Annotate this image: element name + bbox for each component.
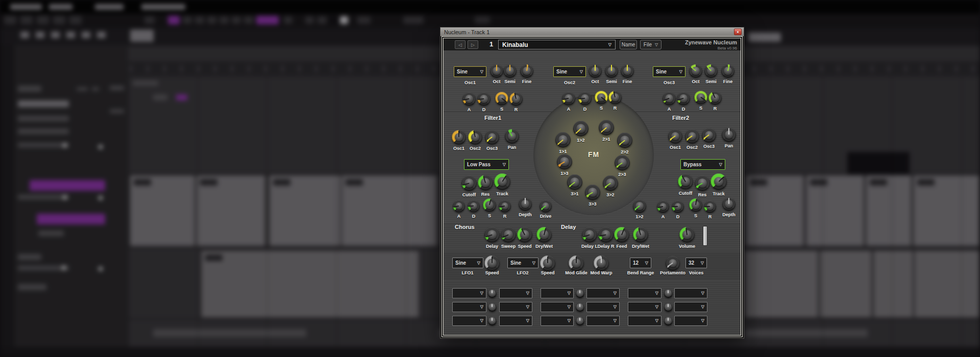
matrix-dest-select[interactable]: ▽ [674,316,707,326]
knob-r[interactable] [708,91,722,105]
knob-2-1[interactable] [599,120,614,135]
knob-fm[interactable] [576,303,584,312]
knob-fine[interactable] [621,64,634,78]
matrix-source-select[interactable]: ▽ [452,302,486,312]
knob-s[interactable] [694,91,707,104]
knob-fm[interactable] [576,317,584,325]
matrix-dest-select[interactable]: ▽ [499,302,532,312]
knob-oct[interactable] [589,64,602,78]
knob-3-1[interactable] [567,174,582,190]
knob-track[interactable] [710,173,727,190]
knob-fm[interactable] [488,289,497,298]
filter-mode-select[interactable]: Low Pass▽ [464,159,509,170]
knob-mod-warp[interactable] [594,256,609,271]
knob-osc1[interactable] [668,129,682,143]
knob-a[interactable] [562,92,575,105]
matrix-source-select[interactable]: ▽ [541,316,574,326]
knob-3-3[interactable] [585,185,600,200]
knob-mod-glide[interactable] [569,256,584,271]
lfo-select[interactable]: Sine▽ [452,258,483,268]
knob-osc3[interactable] [485,130,499,144]
matrix-source-select[interactable]: ▽ [452,288,486,298]
knob-1-2[interactable] [573,121,589,136]
knob-1-2[interactable] [633,199,646,213]
matrix-source-select[interactable]: ▽ [628,316,662,326]
knob-pan[interactable] [505,129,519,143]
knob-portamento[interactable] [666,256,680,270]
knob-delay-r[interactable] [598,227,614,242]
volume-meter[interactable] [703,226,707,246]
knob-a[interactable] [462,92,476,106]
knob-res[interactable] [478,175,493,190]
knob-speed[interactable] [517,227,532,242]
knob-d[interactable] [672,200,684,213]
knob-fm[interactable] [664,289,673,298]
knob-pan[interactable] [722,128,736,142]
osc-wave-select[interactable]: Sine▽ [653,66,685,77]
knob-d[interactable] [468,200,480,212]
program-select[interactable]: Kinabalu ▽ [498,40,616,49]
matrix-source-select[interactable]: ▽ [541,288,574,298]
knob-track[interactable] [494,173,510,190]
knob-volume[interactable] [679,227,695,242]
knob-feed[interactable] [614,227,629,242]
knob-fm[interactable] [488,317,497,325]
matrix-dest-select[interactable]: ▽ [674,302,707,312]
knob-dry-wet[interactable] [633,227,648,242]
knob-3-2[interactable] [603,175,618,191]
knob-fm[interactable] [576,289,584,298]
knob-s[interactable] [689,198,702,212]
lfo-select[interactable]: 32▽ [685,258,707,268]
knob-dry-wet[interactable] [536,227,552,242]
knob-a[interactable] [453,200,465,212]
knob-fm[interactable] [664,303,673,312]
matrix-dest-select[interactable]: ▽ [586,288,620,298]
osc-wave-select[interactable]: Sine▽ [454,66,486,77]
matrix-dest-select[interactable]: ▽ [499,316,532,326]
knob-r[interactable] [499,200,511,212]
file-button[interactable]: File ▽ [640,40,662,49]
close-button[interactable]: x [734,29,742,35]
knob-r[interactable] [509,92,523,106]
knob-res[interactable] [695,175,710,191]
window-titlebar[interactable]: Nucleum - Track 1 x [440,28,744,36]
knob-delay[interactable] [484,227,500,242]
knob-osc1[interactable] [452,130,466,144]
knob-s[interactable] [483,198,496,212]
knob-semi[interactable] [605,64,618,78]
knob-cutoff[interactable] [678,174,693,189]
knob-r[interactable] [704,200,716,213]
prev-program-button[interactable]: ◁ [455,40,465,49]
lfo-select[interactable]: Sine▽ [507,258,538,268]
osc-wave-select[interactable]: Sine▽ [553,66,586,77]
knob-cutoff[interactable] [461,175,477,191]
matrix-source-select[interactable]: ▽ [452,316,486,326]
knob-fm[interactable] [664,317,673,325]
knob-1-1[interactable] [555,132,571,147]
knob-a[interactable] [657,200,669,213]
knob-sweep[interactable] [501,227,516,242]
knob-2-2[interactable] [617,133,632,148]
matrix-dest-select[interactable]: ▽ [586,302,620,312]
matrix-dest-select[interactable]: ▽ [674,288,707,298]
knob-semi[interactable] [503,64,517,78]
knob-fine[interactable] [520,64,533,78]
knob-oct[interactable] [689,64,702,78]
matrix-dest-select[interactable]: ▽ [499,288,532,298]
knob-semi[interactable] [704,64,718,78]
next-program-button[interactable]: ▷ [468,40,478,49]
knob-1-3[interactable] [557,154,572,169]
knob-d[interactable] [578,92,592,105]
knob-speed[interactable] [540,256,555,271]
knob-delay-l[interactable] [582,227,597,242]
knob-oct[interactable] [490,64,503,78]
knob-fine[interactable] [721,64,734,78]
knob-osc2[interactable] [685,129,699,143]
name-button[interactable]: Name [620,40,637,49]
matrix-source-select[interactable]: ▽ [628,302,662,312]
knob-drive[interactable] [540,200,552,212]
knob-osc3[interactable] [702,128,716,142]
knob-d[interactable] [477,92,491,106]
matrix-source-select[interactable]: ▽ [628,288,662,298]
lfo-select[interactable]: 12▽ [630,258,651,268]
